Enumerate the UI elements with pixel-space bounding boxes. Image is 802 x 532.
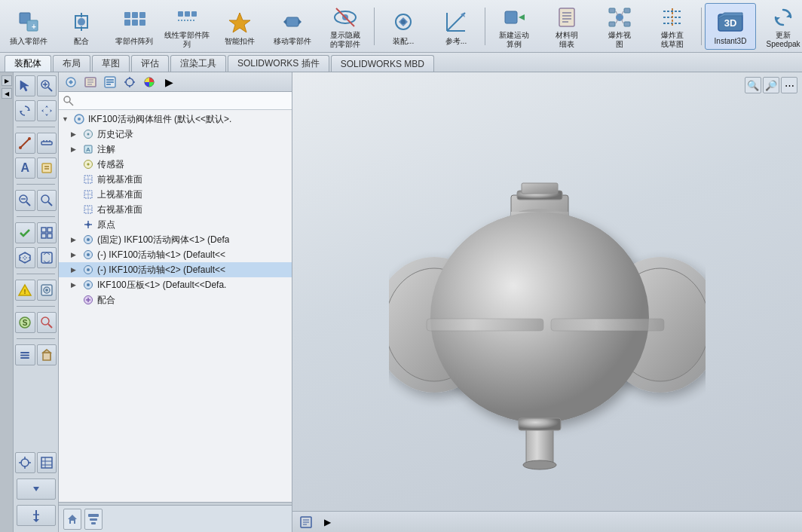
panel-btn-zoom[interactable] <box>37 75 57 96</box>
tree-btn-crosshair[interactable] <box>121 75 139 90</box>
svg-point-24 <box>401 20 406 24</box>
svg-rect-95 <box>20 355 29 356</box>
assemble-label: 装配... <box>393 37 414 46</box>
panel-btn-text[interactable]: A <box>15 157 35 179</box>
move-part-btn[interactable]: 移动零部件 <box>267 3 318 50</box>
explode-view-btn[interactable]: 爆炸视 图 <box>594 3 645 50</box>
panel-btn-measure[interactable] <box>37 133 57 154</box>
reference-icon <box>442 8 470 35</box>
panel-btn-table[interactable] <box>37 452 57 473</box>
linear-array-btn[interactable]: 线性零部件阵列 <box>161 3 213 50</box>
panel-btn-configure[interactable] <box>15 344 35 365</box>
panel-btn-pin[interactable] <box>17 505 56 526</box>
panel-btn-rotate[interactable] <box>15 100 35 121</box>
panel-btn-view2[interactable] <box>37 247 57 268</box>
tree-search-input[interactable] <box>77 96 287 105</box>
panel-btn-pan[interactable] <box>37 100 57 121</box>
tab-layout[interactable]: 布局 <box>53 55 90 72</box>
panel-btn-note[interactable] <box>37 157 57 179</box>
assemble-icon <box>390 8 417 35</box>
tree-item-sensor[interactable]: ▶ 传感器 <box>59 157 292 172</box>
panel-btn-check[interactable] <box>15 222 35 243</box>
nav-btn-home[interactable] <box>63 509 81 530</box>
tab-sketch[interactable]: 草图 <box>92 55 130 72</box>
tree-item-plate[interactable]: ▶ IKF100压板<1> (Default<<Defa. <box>59 277 292 292</box>
viewport[interactable]: 🔍 🔎 ⋯ <box>292 72 802 532</box>
show-hide-btn[interactable]: 显示隐藏 的零部件 <box>320 3 371 50</box>
viewport-search2-btn[interactable]: 🔎 <box>763 77 779 93</box>
bottom-btn-1[interactable] <box>297 514 315 530</box>
tree-item-shaft1[interactable]: ▶ (-) IKF100活动轴<1> (Default<< <box>59 247 292 262</box>
insert-part-label: 插入零部件 <box>10 37 47 46</box>
tree-item-valve-body[interactable]: ▶ (固定) IKF100活动阀体<1> (Defa <box>59 232 292 247</box>
panel-btn-select[interactable] <box>15 75 35 96</box>
sensor-icon <box>81 158 95 170</box>
new-motion-label: 新建运动 算例 <box>499 31 529 49</box>
viewport-more-btn[interactable]: ⋯ <box>781 77 797 93</box>
tree-item-front-plane[interactable]: ▶ 前视基准面 <box>59 172 292 187</box>
panel-btn-crosshair[interactable] <box>15 452 35 473</box>
root-label: IKF100活动阀体组件 (默认<<默认>. <box>88 113 231 126</box>
panel-btn-magnify[interactable] <box>15 190 35 211</box>
svg-point-64 <box>19 146 22 149</box>
tree-item-origin[interactable]: ▶ 原点 <box>59 217 292 232</box>
bottom-btn-expand[interactable]: ▶ <box>318 514 336 530</box>
tree-btn-color[interactable] <box>140 75 158 90</box>
smart-snap-btn[interactable]: 智能扣件 <box>214 3 265 50</box>
tree-item-top-plane[interactable]: ▶ 上视基准面 <box>59 187 292 202</box>
panel-btn-render[interactable] <box>37 280 57 301</box>
tab-solidworks-plugin[interactable]: SOLIDWORKS 插件 <box>228 55 329 72</box>
right-plane-label: 右视基准面 <box>97 203 142 216</box>
tree-item-history[interactable]: ▶ 历史记录 <box>59 127 292 142</box>
reference-btn[interactable]: 参考... <box>430 3 482 50</box>
tree-btn-part[interactable] <box>62 75 80 90</box>
panel-btn-grid[interactable] <box>37 222 57 243</box>
show-hide-label: 显示隐藏 的零部件 <box>330 31 360 49</box>
new-motion-btn[interactable]: 新建运动 算例 <box>488 3 540 50</box>
update-btn[interactable]: 更新 Speedpak <box>758 3 802 50</box>
tree-item-mate[interactable]: ▶ 配合 <box>59 292 292 307</box>
mate-btn[interactable]: 配合 <box>56 3 107 50</box>
svg-rect-96 <box>20 357 29 359</box>
svg-rect-84 <box>41 252 52 263</box>
insert-part-btn[interactable]: + 插入零部件 <box>3 3 54 50</box>
panel-btn-expand[interactable] <box>17 478 56 500</box>
history-icon <box>81 128 95 140</box>
assemble-btn[interactable]: 装配... <box>378 3 429 50</box>
sep1 <box>374 8 375 45</box>
tree-root-item[interactable]: ▼ IKF100活动阀体组件 (默认<<默认>. <box>59 112 292 127</box>
part-array-icon <box>121 8 148 35</box>
tree-btn-properties[interactable] <box>101 75 119 90</box>
tree-item-right-plane[interactable]: ▶ 右视基准面 <box>59 202 292 217</box>
panel-btn-sketch-line[interactable] <box>15 133 35 154</box>
tab-render[interactable]: 渲染工具 <box>170 55 226 72</box>
tree-item-shaft2[interactable]: ▶ (-) IKF100活动轴<2> (Default<< <box>59 262 292 277</box>
part-array-btn[interactable]: 零部件阵列 <box>109 3 160 50</box>
part-array-label: 零部件阵列 <box>115 37 153 46</box>
instant3d-btn[interactable]: 3D Instant3D <box>705 3 756 50</box>
viewport-search-btn[interactable]: 🔍 <box>745 77 761 93</box>
panel-btn-warning[interactable]: ! <box>15 280 35 301</box>
tab-assemble[interactable]: 装配体 <box>5 55 51 72</box>
tree-search-bar <box>59 92 292 110</box>
panel-btn-zoom-out[interactable] <box>37 190 57 211</box>
svg-rect-13 <box>185 11 190 17</box>
svg-rect-70 <box>42 164 51 173</box>
tree-btn-list[interactable] <box>81 75 99 90</box>
viewport-mini-buttons: 🔍 🔎 ⋯ <box>745 77 797 93</box>
panel-btn-box[interactable] <box>37 344 57 365</box>
tree-btn-expand[interactable]: ▶ <box>160 75 178 90</box>
material-list-btn[interactable]: 材料明 细表 <box>541 3 592 50</box>
strip-btn-2[interactable]: ◀ <box>2 88 12 99</box>
svg-rect-66 <box>41 142 52 145</box>
tab-evaluate[interactable]: 评估 <box>131 55 169 72</box>
panel-btn-3dview[interactable] <box>15 247 35 268</box>
nav-btn-tree[interactable] <box>84 509 103 530</box>
origin-label: 原点 <box>97 219 115 231</box>
panel-btn-smart[interactable]: S <box>15 312 35 333</box>
panel-btn-magnify2[interactable] <box>37 312 57 333</box>
tree-item-notes[interactable]: ▶ A 注解 <box>59 142 292 157</box>
strip-btn-1[interactable]: ▶ <box>2 75 12 86</box>
explode-line-btn[interactable]: 爆炸直 线草图 <box>647 3 698 50</box>
tab-solidworks-mbd[interactable]: SOLIDWORKS MBD <box>331 55 434 72</box>
